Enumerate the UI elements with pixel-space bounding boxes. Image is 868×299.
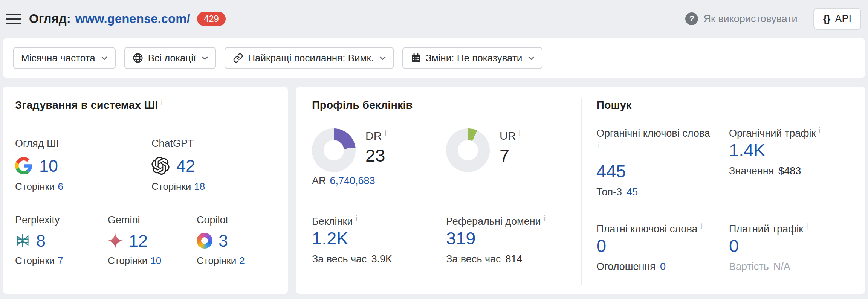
- ur-donut-chart: [446, 128, 490, 172]
- backlinks-metrics-row: Беклінкиi 1.2K За весь час3.9K Реферальн…: [312, 215, 581, 265]
- pages-line: Сторінки6: [15, 181, 151, 192]
- ai-item-label: ChatGPT: [151, 137, 288, 150]
- paid-keywords-count[interactable]: 0: [596, 236, 606, 256]
- pages-count-link[interactable]: 10: [150, 255, 161, 266]
- metric-subline: Значення$483: [729, 165, 862, 177]
- pages-count-link[interactable]: 7: [58, 255, 63, 266]
- search-title: Пошук: [596, 98, 865, 112]
- pages-count-link[interactable]: 18: [194, 181, 205, 192]
- api-button[interactable]: {} API: [813, 8, 861, 30]
- pages-count-link[interactable]: 6: [58, 181, 63, 192]
- ai-item-ai-overview: Огляд ШІ 10 Сторінки6: [15, 137, 151, 192]
- info-icon[interactable]: i: [519, 129, 520, 137]
- info-icon[interactable]: i: [544, 214, 546, 223]
- ai-item-gemini: Gemini 12 Сторінки10: [108, 214, 197, 267]
- backlink-profile-title: Профіль беклінків: [312, 98, 581, 112]
- ai-item-label: Copilot: [197, 214, 286, 226]
- info-icon[interactable]: i: [385, 129, 386, 137]
- metric-ref-domains: Реферальні домениi 319 За весь час814: [446, 215, 580, 265]
- gemini-icon: [108, 233, 123, 248]
- ur-group: URi 7: [446, 128, 580, 172]
- chatgpt-icon: [151, 157, 170, 175]
- best-links-dropdown-label: Найкращі посилання: Вимк.: [248, 52, 374, 64]
- braces-icon: {}: [823, 13, 830, 25]
- metric-label: Органічні ключові словаi: [596, 127, 729, 151]
- pages-line: Сторінки2: [197, 255, 286, 267]
- locations-dropdown-label: Всі локації: [148, 52, 196, 64]
- metric-paid-keywords: Платні ключові словаi 0 Оголошення0: [596, 223, 729, 273]
- api-button-label: API: [835, 13, 851, 25]
- metric-label: Органічний трафікi: [729, 127, 862, 140]
- ai-overview-count[interactable]: 10: [39, 157, 58, 174]
- metric-organic-keywords: Органічні ключові словаi 445 Топ-345: [596, 127, 729, 198]
- google-icon: [15, 157, 32, 174]
- paid-traffic-count[interactable]: 0: [729, 236, 739, 256]
- domain-link[interactable]: www.genense.com/: [75, 12, 190, 26]
- metric-paid-traffic: Платний трафікi 0 ВартістьN/A: [729, 223, 862, 273]
- gemini-count[interactable]: 12: [129, 232, 148, 249]
- info-icon[interactable]: i: [806, 222, 808, 230]
- info-icon[interactable]: i: [161, 98, 162, 106]
- metric-label: Платні ключові словаi: [596, 223, 729, 235]
- organic-keywords-count[interactable]: 445: [596, 161, 626, 181]
- ads-count-link[interactable]: 0: [660, 261, 666, 272]
- globe-icon: [132, 52, 144, 64]
- metric-label: Беклінкиi: [312, 215, 446, 228]
- ai-item-chatgpt: ChatGPT 42 Сторінки18: [151, 137, 288, 192]
- hamburger-menu-icon[interactable]: [6, 11, 21, 27]
- calendar-icon: [411, 53, 421, 63]
- search-section: Пошук Органічні ключові словаi 445 Топ-3…: [582, 98, 865, 294]
- ref-domains-count[interactable]: 319: [446, 228, 475, 248]
- ai-item-copilot: Copilot 3 Сторінки2: [197, 214, 286, 267]
- ai-mentions-title: Згадування в системах ШІi: [15, 98, 288, 112]
- cards-row: Згадування в системах ШІi Огляд ШІ 10 Ст…: [3, 87, 865, 294]
- metric-backlinks: Беклінкиi 1.2K За весь час3.9K: [312, 215, 446, 265]
- dr-label: DRi: [365, 129, 387, 143]
- metric-label: Реферальні домениi: [446, 215, 580, 228]
- top3-count-link[interactable]: 45: [627, 186, 638, 198]
- copilot-count[interactable]: 3: [219, 232, 228, 249]
- link-icon: [233, 53, 243, 63]
- metric-subline: ВартістьN/A: [729, 260, 862, 273]
- best-links-dropdown[interactable]: Найкращі посилання: Вимк.: [225, 47, 394, 69]
- page-title-label: Огляд:: [29, 12, 71, 26]
- question-icon: ?: [685, 12, 698, 25]
- ai-item-label: Gemini: [108, 214, 197, 226]
- backlinks-count[interactable]: 1.2K: [312, 228, 348, 248]
- info-icon[interactable]: i: [700, 222, 702, 230]
- perplexity-count[interactable]: 8: [36, 232, 46, 249]
- info-icon[interactable]: i: [356, 214, 357, 223]
- info-icon[interactable]: i: [819, 126, 820, 134]
- locations-dropdown[interactable]: Всі локації: [124, 47, 217, 69]
- changes-dropdown-label: Зміни: Не показувати: [426, 52, 522, 64]
- pages-count-link[interactable]: 2: [239, 255, 245, 266]
- chevron-down-icon: [202, 56, 208, 60]
- rating-donuts-row: DRi 23 URi 7: [312, 128, 581, 172]
- search-row-1: Органічні ключові словаi 445 Топ-345 Орг…: [596, 127, 865, 198]
- chevron-down-icon: [528, 56, 534, 60]
- status-badge: 429: [197, 12, 226, 26]
- top-bar-left: Огляд: www.genense.com/ 429: [6, 11, 226, 27]
- ai-mentions-row-2: Perplexity 8 Сторінки7 Gemini: [15, 214, 288, 267]
- copilot-icon: [197, 233, 212, 249]
- metric-organic-traffic: Органічний трафікi 1.4K Значення$483: [729, 127, 862, 198]
- how-to-use-link[interactable]: ? Як використовувати: [685, 12, 797, 25]
- changes-dropdown[interactable]: Зміни: Не показувати: [402, 47, 542, 69]
- metric-subline: Топ-345: [596, 186, 729, 198]
- pages-line: Сторінки10: [108, 255, 197, 267]
- ar-value-link[interactable]: 6,740,683: [330, 175, 375, 186]
- top-bar: Огляд: www.genense.com/ 429 ? Як викорис…: [0, 0, 868, 38]
- metric-subline: Оголошення0: [596, 260, 729, 273]
- metric-subline: За весь час3.9K: [312, 253, 446, 265]
- top-bar-right: ? Як використовувати {} API: [685, 8, 861, 30]
- metric-subline: За весь час814: [446, 253, 580, 265]
- ai-item-label: Огляд ШІ: [15, 137, 151, 150]
- page-title: Огляд: www.genense.com/ 429: [29, 12, 226, 26]
- organic-traffic-count[interactable]: 1.4K: [729, 140, 766, 160]
- ai-item-label: Perplexity: [15, 214, 108, 226]
- pages-line: Сторінки18: [151, 181, 288, 192]
- chatgpt-count[interactable]: 42: [176, 157, 195, 174]
- frequency-dropdown[interactable]: Місячна частота: [13, 47, 116, 69]
- info-icon[interactable]: i: [597, 140, 729, 151]
- perplexity-icon: [15, 233, 30, 248]
